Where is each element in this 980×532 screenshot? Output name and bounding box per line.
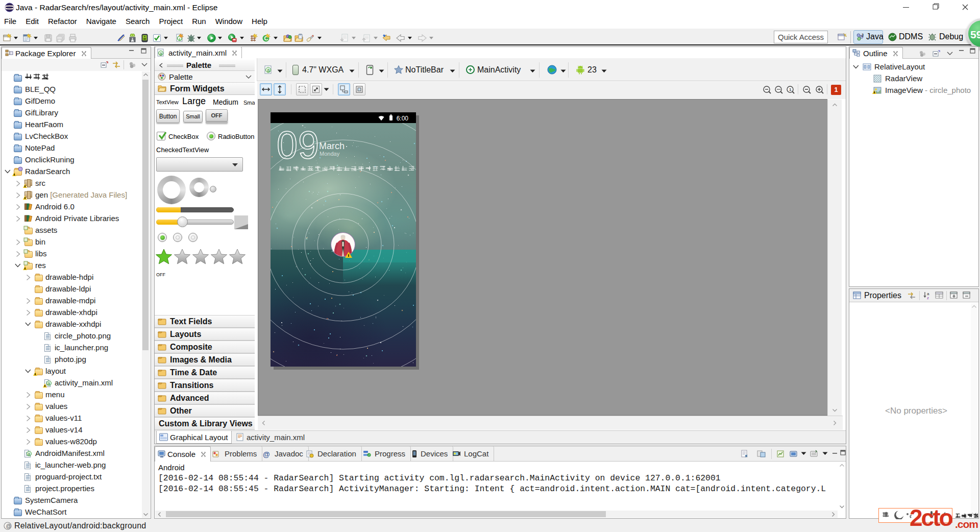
- svg-text:a: a: [160, 51, 163, 56]
- svg-text:a: a: [47, 381, 50, 386]
- svg-text:09: 09: [277, 127, 320, 163]
- svg-text:J: J: [861, 33, 864, 38]
- svg-text:a: a: [28, 451, 30, 456]
- svg-text:z: z: [927, 296, 929, 300]
- svg-text:@: @: [6, 523, 11, 529]
- svg-text:a: a: [267, 67, 270, 73]
- svg-text:1: 1: [789, 87, 792, 92]
